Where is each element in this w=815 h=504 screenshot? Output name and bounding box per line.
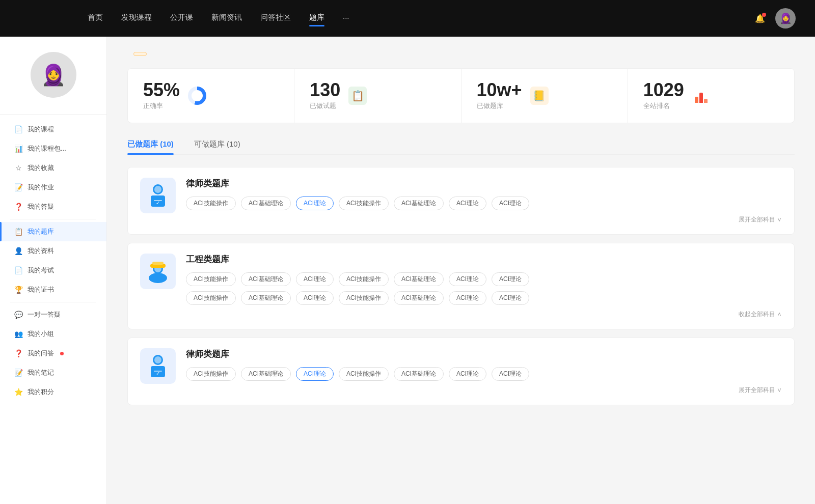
tag-1-6[interactable]: ACI理论 (492, 272, 529, 286)
menu-icon-我的课程: 📄 (14, 125, 22, 133)
tag-0-1[interactable]: ACI基础理论 (241, 197, 291, 210)
tag-2-0[interactable]: ACI技能操作 (186, 367, 236, 381)
extra-tag-1-5[interactable]: ACI理论 (449, 291, 486, 305)
stat-value: 10w+ (477, 81, 522, 99)
main-layout: 🧕 📄我的课程📊我的课程包...☆我的收藏📝我的作业❓我的答疑📋我的题库👤我的资… (0, 37, 815, 504)
extra-tag-1-6[interactable]: ACI理论 (492, 291, 529, 305)
tag-0-4[interactable]: ACI基础理论 (394, 197, 444, 210)
tag-1-2[interactable]: ACI理论 (296, 272, 334, 286)
menu-divider (10, 302, 96, 302)
tag-2-1[interactable]: ACI基础理论 (241, 367, 291, 381)
bank-card-1: 工程类题库 ACI技能操作ACI基础理论ACI理论ACI技能操作ACI基础理论A… (127, 243, 795, 329)
extra-tag-1-3[interactable]: ACI技能操作 (339, 291, 389, 305)
menu-icon-我的答疑: ❓ (14, 203, 22, 211)
stat-label: 正确率 (143, 101, 180, 110)
extra-tag-1-1[interactable]: ACI基础理论 (241, 291, 291, 305)
bank-card-0: ✓ 律师类题库 ACI技能操作ACI基础理论ACI理论ACI技能操作ACI基础理… (127, 167, 795, 235)
bank-content: 律师类题库 ACI技能操作ACI基础理论ACI理论ACI技能操作ACI基础理论A… (186, 348, 782, 395)
user-avatar-wrap[interactable]: 🧕 (775, 8, 799, 29)
tag-2-3[interactable]: ACI技能操作 (339, 367, 389, 381)
tag-0-2[interactable]: ACI理论 (296, 197, 334, 210)
sidebar-item-我的笔记[interactable]: 📝我的笔记 (0, 363, 106, 382)
tag-2-5[interactable]: ACI理论 (449, 367, 486, 381)
menu-label: 我的积分 (28, 387, 54, 397)
expand-button[interactable]: 展开全部科目 ∨ (186, 386, 782, 395)
tag-2-2[interactable]: ACI理论 (296, 367, 334, 381)
menu-label: 我的资料 (28, 246, 54, 256)
sidebar-item-我的课程[interactable]: 📄我的课程 (0, 120, 106, 139)
tag-0-0[interactable]: ACI技能操作 (186, 197, 236, 210)
stat-item-3: 1029 全站排名 (628, 69, 794, 123)
svg-point-12 (154, 356, 161, 363)
sidebar-item-我的资料[interactable]: 👤我的资料 (0, 241, 106, 261)
menu-icon-我的笔记: 📝 (14, 369, 22, 377)
sidebar-item-我的题库[interactable]: 📋我的题库 (0, 222, 106, 241)
bank-icon (140, 254, 176, 289)
sidebar-item-我的积分[interactable]: ⭐我的积分 (0, 382, 106, 402)
svg-point-2 (154, 186, 161, 193)
tag-1-0[interactable]: ACI技能操作 (186, 272, 236, 286)
trial-badge (133, 52, 147, 56)
extra-tag-1-0[interactable]: ACI技能操作 (186, 291, 236, 305)
extra-tag-1-2[interactable]: ACI理论 (296, 291, 334, 305)
stat-value: 1029 (643, 81, 684, 99)
nav-item-···[interactable]: ··· (343, 13, 349, 24)
stat-label: 已做题库 (477, 101, 522, 110)
menu-label: 我的课程 (28, 125, 54, 134)
avatar: 🧕 (31, 52, 76, 98)
tag-2-4[interactable]: ACI基础理论 (394, 367, 444, 381)
tab-1[interactable]: 可做题库 (10) (194, 135, 240, 154)
bank-name: 工程类题库 (186, 254, 782, 265)
sidebar-item-我的答疑[interactable]: ❓我的答疑 (0, 197, 106, 216)
nav-item-发现课程[interactable]: 发现课程 (121, 13, 152, 24)
bank-icon: ✓ (140, 178, 176, 213)
menu-label: 我的笔记 (28, 368, 54, 377)
tag-0-5[interactable]: ACI理论 (449, 197, 486, 210)
bank-card-header: ✓ 律师类题库 ACI技能操作ACI基础理论ACI理论ACI技能操作ACI基础理… (140, 348, 782, 395)
stat-label: 全站排名 (643, 101, 684, 110)
tags-row: ACI技能操作ACI基础理论ACI理论ACI技能操作ACI基础理论ACI理论AC… (186, 197, 782, 210)
sidebar-item-我的考试[interactable]: 📄我的考试 (0, 261, 106, 280)
nav-item-新闻资讯[interactable]: 新闻资讯 (211, 13, 242, 24)
menu-red-dot (60, 352, 64, 355)
tab-0[interactable]: 已做题库 (10) (127, 135, 174, 154)
tag-1-5[interactable]: ACI理论 (449, 272, 486, 286)
stat-text: 130 已做试题 (310, 81, 340, 110)
navbar: 首页发现课程公开课新闻资讯问答社区题库··· 🔔 🧕 (0, 0, 815, 37)
stat-text: 10w+ 已做题库 (477, 81, 522, 110)
extra-tag-1-4[interactable]: ACI基础理论 (394, 291, 444, 305)
nav-item-首页[interactable]: 首页 (88, 13, 103, 24)
tag-0-3[interactable]: ACI技能操作 (339, 197, 389, 210)
nav-item-问答社区[interactable]: 问答社区 (260, 13, 291, 24)
tag-2-6[interactable]: ACI理论 (492, 367, 529, 381)
pie-chart-icon (188, 87, 206, 105)
bar-chart-icon (692, 87, 711, 105)
expand-button[interactable]: 展开全部科目 ∨ (186, 215, 782, 224)
list-orange-icon: 📒 (530, 87, 549, 105)
nav-item-题库[interactable]: 题库 (309, 13, 324, 24)
bank-card-header: 工程类题库 ACI技能操作ACI基础理论ACI理论ACI技能操作ACI基础理论A… (140, 254, 782, 319)
tag-1-1[interactable]: ACI基础理论 (241, 272, 291, 286)
tabs-row: 已做题库 (10)可做题库 (10) (127, 135, 795, 155)
tag-1-4[interactable]: ACI基础理论 (394, 272, 444, 286)
tag-0-6[interactable]: ACI理论 (492, 197, 529, 210)
notification-bell[interactable]: 🔔 (755, 14, 765, 23)
tag-1-3[interactable]: ACI技能操作 (339, 272, 389, 286)
sidebar-item-我的证书[interactable]: 🏆我的证书 (0, 280, 106, 299)
sidebar-item-我的小组[interactable]: 👥我的小组 (0, 324, 106, 344)
menu-icon-我的小组: 👥 (14, 330, 22, 338)
menu-icon-我的收藏: ☆ (14, 164, 22, 172)
stat-value: 130 (310, 81, 340, 99)
user-avatar: 🧕 (775, 8, 796, 29)
expand-button[interactable]: 收起全部科目 ∧ (186, 310, 782, 319)
sidebar-item-我的收藏[interactable]: ☆我的收藏 (0, 158, 106, 178)
sidebar-item-我的问答[interactable]: ❓我的问答 (0, 344, 106, 363)
sidebar-item-我的作业[interactable]: 📝我的作业 (0, 178, 106, 197)
nav-item-公开课[interactable]: 公开课 (170, 13, 193, 24)
sidebar-item-一对一答疑[interactable]: 💬一对一答疑 (0, 305, 106, 324)
svg-rect-9 (152, 262, 164, 265)
menu-icon-我的资料: 👤 (14, 247, 22, 255)
sidebar-item-我的课程包...[interactable]: 📊我的课程包... (0, 139, 106, 158)
bank-name: 律师类题库 (186, 178, 782, 189)
sidebar-menu: 📄我的课程📊我的课程包...☆我的收藏📝我的作业❓我的答疑📋我的题库👤我的资料📄… (0, 115, 106, 407)
